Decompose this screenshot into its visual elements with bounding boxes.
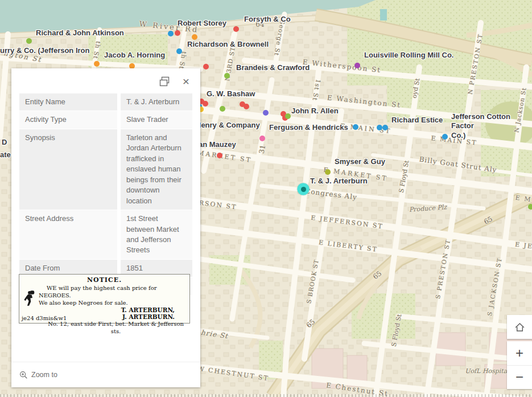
popup-header: × bbox=[11, 68, 200, 93]
field-row: Street Address1st Street between Market … bbox=[19, 210, 192, 259]
clipping-signature: T. ARTERBURN, bbox=[39, 306, 175, 313]
clipping-line: WE will pay the highest cash price for N… bbox=[39, 284, 187, 299]
clipping-line: We also keep Negroes for sale. bbox=[39, 299, 187, 306]
map-entity-label: Henry & Company bbox=[196, 121, 260, 130]
popup-footer: Zoom to bbox=[11, 362, 200, 387]
map-entity-label: Richard & John Atkinson bbox=[36, 28, 124, 38]
feature-dot[interactable] bbox=[354, 63, 360, 68]
home-button[interactable] bbox=[507, 315, 532, 339]
feature-dot[interactable] bbox=[244, 104, 249, 109]
field-value: Tarleton and Jordan Arterburn trafficked… bbox=[121, 129, 192, 210]
zoom-in-button[interactable]: + bbox=[507, 341, 532, 366]
attachment-image[interactable]: NOTICE. WE will pay the highest cash pri… bbox=[19, 274, 190, 324]
map-entity-label: Ferguson & Hendricks bbox=[269, 123, 348, 132]
feature-dot[interactable] bbox=[168, 31, 174, 36]
map-entity-label: Forsyth & Co bbox=[244, 15, 291, 24]
feature-dot[interactable] bbox=[233, 26, 239, 32]
water-feature bbox=[380, 9, 387, 21]
feature-dot[interactable] bbox=[203, 64, 209, 69]
feature-dot[interactable] bbox=[382, 125, 388, 130]
map-entity-label: an Mauzey bbox=[199, 140, 236, 149]
map-entity-label: Louisville Rolling Mill Co. bbox=[364, 51, 453, 60]
clipping-code: je24 d3mis&w1 bbox=[22, 314, 67, 322]
feature-dot[interactable] bbox=[263, 110, 269, 116]
field-value: Slave Trader bbox=[121, 111, 192, 128]
field-label: Street Address bbox=[19, 210, 117, 259]
field-row: SynopsisTarleton and Jordan Arterburn tr… bbox=[19, 129, 192, 210]
field-label: Entity Name bbox=[19, 93, 117, 110]
feature-dot[interactable] bbox=[259, 136, 265, 141]
zoom-to-label: Zoom to bbox=[31, 371, 57, 379]
feature-dot[interactable] bbox=[528, 204, 532, 210]
map-entity-label: ate bbox=[0, 150, 11, 159]
map-entity-label: John R. Allen bbox=[291, 107, 339, 116]
feature-dot[interactable] bbox=[217, 153, 222, 158]
feature-dot[interactable] bbox=[325, 169, 331, 175]
map-entity-label: urry & Co. (Jefferson Iron bbox=[0, 46, 89, 55]
map-entity-label: Richardson & Brownell bbox=[187, 40, 269, 49]
attribution-bar bbox=[0, 394, 532, 397]
feature-dot[interactable] bbox=[224, 73, 230, 79]
attribute-table: Entity NameT. & J. ArterburnActivity Typ… bbox=[19, 93, 192, 295]
map-entity-label: Jefferson Cotton Factor Co.) bbox=[451, 112, 532, 140]
close-icon[interactable]: × bbox=[181, 76, 191, 87]
map-entity-label: T. & J. Arterburn bbox=[310, 177, 368, 186]
feature-dot[interactable] bbox=[192, 34, 197, 40]
clipping-title: NOTICE. bbox=[22, 276, 187, 284]
feature-dot[interactable] bbox=[203, 101, 208, 107]
runaway-figure-icon bbox=[23, 289, 36, 308]
selected-feature-marker[interactable] bbox=[298, 183, 310, 195]
map-entity-label: Jacob A. Horning bbox=[104, 51, 165, 60]
feature-dot[interactable] bbox=[377, 125, 382, 130]
magnifier-plus-icon bbox=[19, 371, 28, 379]
feature-dot[interactable] bbox=[175, 30, 180, 36]
home-icon bbox=[514, 321, 526, 333]
dock-icon[interactable] bbox=[159, 76, 170, 87]
feature-dot[interactable] bbox=[285, 113, 291, 119]
field-row: Entity NameT. & J. Arterburn bbox=[19, 93, 192, 110]
zoom-to-button[interactable]: Zoom to bbox=[19, 371, 57, 379]
zoom-control: + − bbox=[507, 341, 532, 389]
map-entity-label: Robert Storey bbox=[178, 19, 226, 28]
selected-feature-core bbox=[301, 187, 306, 192]
feature-dot[interactable] bbox=[176, 48, 182, 54]
clipping-line: No. 12, east side First, bet. Market & J… bbox=[44, 320, 187, 335]
field-value: 1st Street between Market and Jefferson … bbox=[121, 210, 192, 259]
feature-dot[interactable] bbox=[220, 106, 225, 112]
map-entity-label: D bbox=[2, 138, 7, 147]
map-entity-label: G. W. Bashaw bbox=[207, 89, 255, 99]
zoom-out-button[interactable]: − bbox=[507, 366, 532, 390]
feature-dot[interactable] bbox=[94, 61, 100, 67]
map-entity-label: Smyser & Guy bbox=[335, 157, 385, 166]
field-label: Synopsis bbox=[19, 129, 117, 210]
feature-dot[interactable] bbox=[353, 124, 358, 130]
field-value: T. & J. Arterburn bbox=[121, 93, 192, 110]
feature-dot[interactable] bbox=[442, 134, 448, 140]
map-entity-label: Brandeis & Crawford bbox=[236, 63, 310, 72]
field-row: Activity TypeSlave Trader bbox=[19, 111, 192, 128]
map-application: W River Rdngton Stth Stth StN 3RD STGeor… bbox=[0, 0, 532, 397]
feature-dot[interactable] bbox=[26, 38, 32, 44]
feature-popup: × Entity NameT. & J. ArterburnActivity T… bbox=[11, 68, 200, 387]
field-label: Activity Type bbox=[19, 111, 117, 128]
map-entity-label: Richard Estice bbox=[391, 116, 443, 125]
